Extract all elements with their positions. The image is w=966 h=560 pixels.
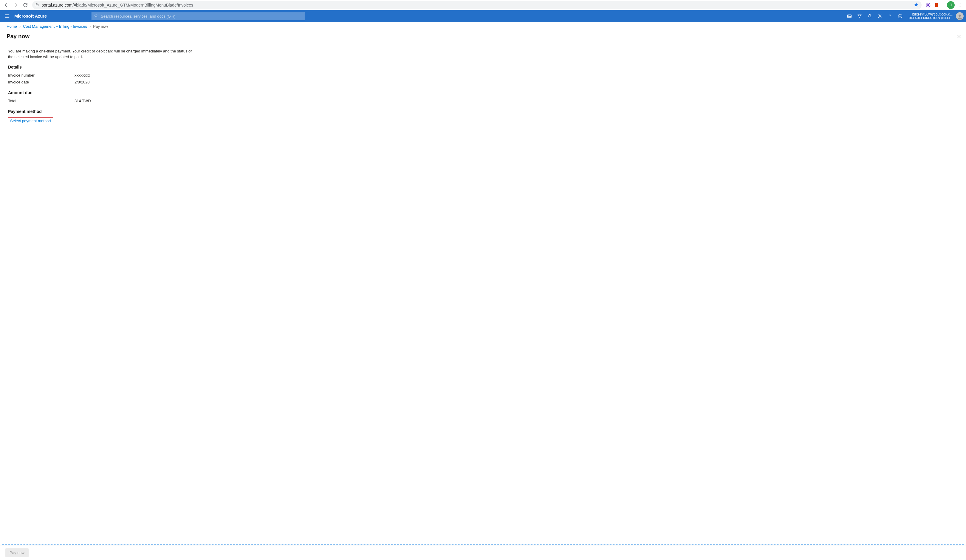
select-payment-method-link[interactable]: Select payment method [10, 118, 51, 123]
chrome-profile-avatar[interactable]: J [947, 1, 955, 9]
breadcrumb-invoices[interactable]: Cost Management + Billing - Invoices [23, 24, 87, 29]
help-button[interactable] [885, 10, 895, 22]
details-heading: Details [8, 65, 958, 69]
account-email: billtest456tw@outlook.c… [909, 13, 953, 16]
invoice-date-value: 2/8/2020 [74, 80, 90, 84]
invoice-date-label: Invoice date [8, 80, 74, 84]
row-total: Total 314 TWD [8, 97, 958, 104]
svg-point-9 [959, 15, 961, 17]
breadcrumb: Home › Cost Management + Billing - Invoi… [0, 22, 966, 31]
chevron-right-icon: › [20, 24, 21, 29]
question-icon [887, 14, 892, 18]
gear-icon [877, 14, 882, 18]
notifications-button[interactable] [865, 10, 875, 22]
row-invoice-number: Invoice number xxxxxxxx [8, 72, 958, 79]
svg-point-2 [960, 3, 960, 4]
blade-close-button[interactable] [955, 32, 963, 41]
chevron-right-icon: › [89, 24, 90, 29]
browser-extension-area: J [924, 1, 964, 9]
browser-url: portal.azure.com/#blade/Microsoft_Azure_… [41, 3, 193, 7]
bell-icon [867, 14, 872, 18]
page-title: Pay now [7, 33, 955, 39]
blade-frame: You are making a one-time payment. Your … [2, 43, 964, 545]
intro-text: You are making a one-time payment. Your … [8, 49, 193, 60]
browser-toolbar: portal.azure.com/#blade/Microsoft_Azure_… [0, 0, 966, 10]
portal-menu-button[interactable] [0, 10, 14, 22]
svg-point-1 [927, 4, 929, 6]
lock-icon [35, 3, 39, 7]
bookmark-star-icon[interactable] [914, 2, 918, 8]
close-icon [957, 34, 961, 38]
payment-method-heading: Payment method [8, 109, 958, 114]
global-search[interactable] [92, 12, 305, 20]
invoice-number-label: Invoice number [8, 73, 74, 77]
pay-now-button[interactable]: Pay now [5, 549, 29, 557]
svg-point-3 [960, 5, 960, 5]
blade-body: You are making a one-time payment. Your … [2, 43, 964, 544]
directory-filter-button[interactable] [854, 10, 865, 22]
extension-record-icon[interactable] [925, 2, 931, 8]
account-avatar [956, 12, 964, 20]
svg-point-5 [95, 14, 97, 16]
smiley-icon [898, 14, 902, 18]
topbar-actions [844, 10, 905, 22]
hamburger-icon [5, 14, 10, 18]
select-payment-method-highlight: Select payment method [8, 117, 53, 124]
browser-reload-button[interactable] [21, 1, 30, 10]
separator [943, 2, 943, 8]
blade-footer: Pay now [0, 545, 966, 560]
extension-office-icon[interactable] [933, 2, 940, 8]
azure-topbar: Microsoft Azure billtest456tw@outlook.c…… [0, 10, 966, 22]
global-search-input[interactable] [101, 14, 302, 18]
total-label: Total [8, 99, 74, 103]
filter-icon [857, 14, 862, 18]
svg-rect-6 [848, 15, 851, 18]
arrow-right-icon [13, 2, 18, 8]
browser-address-bar[interactable]: portal.azure.com/#blade/Microsoft_Azure_… [32, 1, 922, 9]
chrome-menu-button[interactable] [957, 2, 963, 8]
browser-back-button[interactable] [2, 1, 11, 10]
settings-button[interactable] [875, 10, 885, 22]
cloud-shell-button[interactable] [844, 10, 854, 22]
breadcrumb-home[interactable]: Home [7, 24, 17, 29]
cloud-shell-icon [847, 14, 852, 18]
feedback-button[interactable] [895, 10, 905, 22]
total-value: 314 TWD [74, 99, 91, 103]
reload-icon [23, 2, 28, 8]
breadcrumb-current: Pay now [93, 24, 108, 29]
arrow-left-icon [3, 2, 9, 8]
svg-point-4 [960, 6, 960, 7]
person-icon [956, 13, 963, 20]
row-invoice-date: Invoice date 2/8/2020 [8, 79, 958, 85]
account-menu[interactable]: billtest456tw@outlook.c… DEFAULT DIRECTO… [905, 10, 966, 22]
browser-forward-button[interactable] [12, 1, 20, 10]
invoice-number-value: xxxxxxxx [74, 73, 90, 77]
amount-due-heading: Amount due [8, 90, 958, 95]
blade-header: Pay now [0, 31, 966, 43]
account-directory: DEFAULT DIRECTORY (BILLTEST4… [909, 16, 953, 20]
brand-label: Microsoft Azure [14, 14, 47, 18]
svg-point-7 [879, 15, 881, 17]
search-icon [94, 14, 99, 19]
svg-point-8 [898, 14, 902, 18]
